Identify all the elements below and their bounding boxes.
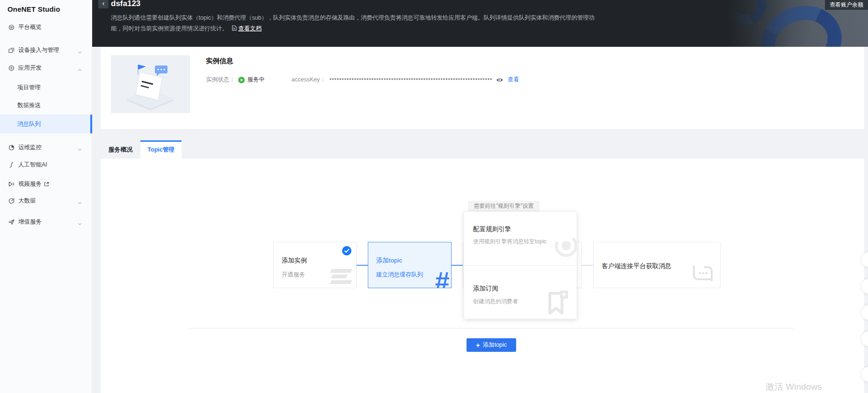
sidebar-item-label: 应用开发: [18, 64, 42, 72]
popup-divider: [464, 265, 576, 266]
sidebar-item-app-development[interactable]: 应用开发: [0, 59, 92, 76]
sidebar-item-label: 大数据: [18, 197, 36, 205]
hash-icon: #: [435, 268, 449, 288]
accesskey-label: accessKey：: [292, 76, 326, 84]
instance-status-label: 实例状态：: [206, 76, 235, 84]
sidebar-item-device-access[interactable]: 设备接入与管理: [0, 42, 92, 58]
sidebar-item-label: 增值服务: [18, 218, 42, 226]
value-added-icon: [8, 219, 15, 225]
view-accesskey-link[interactable]: 查看: [507, 76, 519, 84]
flow-connector: [452, 265, 463, 266]
status-running-icon: [238, 77, 245, 83]
add-topic-button[interactable]: + 添加topic: [467, 338, 516, 352]
sidebar-item-label: 消息队列: [17, 120, 41, 128]
popup-item-title: 添加订阅: [473, 284, 498, 293]
document-icon: [232, 24, 237, 35]
flow-step-subtitle: 建立消息缓存队列: [376, 271, 423, 279]
sidebar-item-platform-overview[interactable]: 平台概览: [0, 19, 92, 36]
sidebar-item-data-push[interactable]: 数据推送: [0, 97, 92, 114]
accesskey-masked-value: ****************************************…: [329, 77, 493, 83]
flow-step-client-connect: 客户端连接平台获取消息: [593, 242, 721, 288]
sidebar-item-label: 平台概览: [18, 23, 42, 31]
flow-step-subtitle: 开通服务: [282, 271, 305, 279]
popup-item-desc: 使用规则引擎将消息转至topic: [473, 238, 547, 246]
instance-status: 实例状态： 服务中: [206, 76, 265, 84]
chevron-down-icon: [78, 49, 82, 55]
view-docs-link[interactable]: 查看文档: [238, 25, 262, 32]
rule-engine-tooltip: 需要前往"规则引擎"设置: [468, 201, 540, 211]
chevron-down-icon: [78, 146, 82, 153]
page-header: 查看账户余额 ‹ dsfa123 消息队列通信需要创建队列实体（topic）和消…: [92, 0, 868, 47]
flow-step-add-instance: 添加实例 开通服务: [273, 242, 357, 288]
check-circle-icon: [342, 246, 351, 255]
sidebar-item-label: 数据推送: [17, 102, 41, 109]
sidebar-item-label: 设备接入与管理: [18, 46, 59, 54]
flow-step-title: 添加topic: [376, 256, 402, 265]
chevron-down-icon: [78, 220, 82, 227]
sidebar: OneNET Studio 平台概览 设备接入与管理 应用开发 项目管理 数据推…: [0, 0, 92, 393]
sidebar-item-project-management[interactable]: 项目管理: [0, 79, 92, 96]
video-service-icon: [8, 181, 15, 187]
list-bars-icon: [331, 267, 351, 284]
sidebar-item-label: 人工智能AI: [18, 161, 47, 169]
sidebar-item-video-service[interactable]: 视频服务: [0, 175, 92, 192]
device-access-icon: [8, 47, 15, 53]
sidebar-item-ops-monitor[interactable]: 运维监控: [0, 139, 92, 156]
instance-info-panel: 实例信息 实例状态： 服务中 accessKey： **************…: [101, 47, 864, 129]
sidebar-item-ai[interactable]: 人工智能AI: [0, 156, 92, 173]
app-development-icon: [8, 65, 15, 71]
instance-status-value: 服务中: [248, 76, 265, 84]
instance-info-title: 实例信息: [206, 57, 233, 66]
external-link-icon: [44, 182, 49, 187]
section-divider: [188, 328, 794, 328]
plus-icon: +: [476, 342, 480, 349]
tab-topic-management[interactable]: Topic管理: [140, 140, 182, 159]
subscription-bookmark-icon: [547, 291, 568, 319]
onenet-studio-page: OneNET Studio 平台概览 设备接入与管理 应用开发 项目管理 数据推…: [0, 0, 868, 393]
sidebar-item-big-data[interactable]: 大数据: [0, 192, 92, 209]
client-connect-icon: [691, 263, 715, 285]
flow-step-title: 客户端连接平台获取消息: [602, 262, 671, 270]
sidebar-item-label: 项目管理: [17, 84, 41, 92]
description-text: 消息队列通信需要创建队列实体（topic）和消费代理（sub），队列实体负责消息…: [111, 15, 595, 32]
tab-service-overview[interactable]: 服务概况: [101, 140, 140, 159]
flow-step-add-topic[interactable]: 添加topic 建立消息缓存队列 #: [368, 242, 452, 288]
flow-connector: [357, 265, 368, 266]
view-balance-button[interactable]: 查看账户余额: [825, 0, 868, 10]
ops-monitor-icon: [8, 145, 15, 151]
popup-item-desc: 创建消息的消费者: [473, 298, 518, 306]
flow-step-title: 添加实例: [282, 256, 307, 265]
chevron-down-icon: [78, 199, 82, 206]
sidebar-item-message-queue[interactable]: 消息队列: [0, 115, 92, 133]
eye-icon[interactable]: [496, 77, 503, 83]
main-body: 实例信息 实例状态： 服务中 accessKey： **************…: [92, 47, 868, 393]
rule-engine-icon: [551, 231, 577, 262]
sidebar-item-label: 运维监控: [18, 144, 42, 152]
platform-overview-icon: [8, 24, 15, 30]
popup-item-title: 配置规则引擎: [473, 225, 511, 233]
app-logo[interactable]: OneNET Studio: [7, 5, 60, 13]
chevron-up-icon: [78, 66, 82, 73]
flow-connector: [582, 265, 593, 266]
add-topic-button-label: 添加topic: [483, 341, 507, 349]
instance-illustration: [111, 55, 190, 113]
sidebar-item-label: 视频服务: [18, 180, 42, 188]
ai-icon: [8, 162, 15, 168]
page-title: dsfa123: [111, 0, 140, 8]
big-data-icon: [8, 198, 15, 204]
main-area: 查看账户余额 ‹ dsfa123 消息队列通信需要创建队列实体（topic）和消…: [92, 0, 868, 393]
windows-activation-watermark: 激活 Windows: [766, 381, 822, 393]
topic-management-panel: 添加实例 开通服务 添加topic 建立消息缓存队列 # 客户端连接平台获取消息: [101, 159, 864, 393]
sidebar-item-value-added[interactable]: 增值服务: [0, 213, 92, 230]
page-description: 消息队列通信需要创建队列实体（topic）和消费代理（sub），队列实体负责消息…: [111, 13, 603, 34]
accesskey-row: accessKey： *****************************…: [292, 76, 519, 84]
rule-engine-popup: 配置规则引擎 使用规则引擎将消息转至topic 添加订阅 创建消息的消费者: [464, 211, 577, 319]
back-button[interactable]: ‹: [98, 0, 109, 8]
